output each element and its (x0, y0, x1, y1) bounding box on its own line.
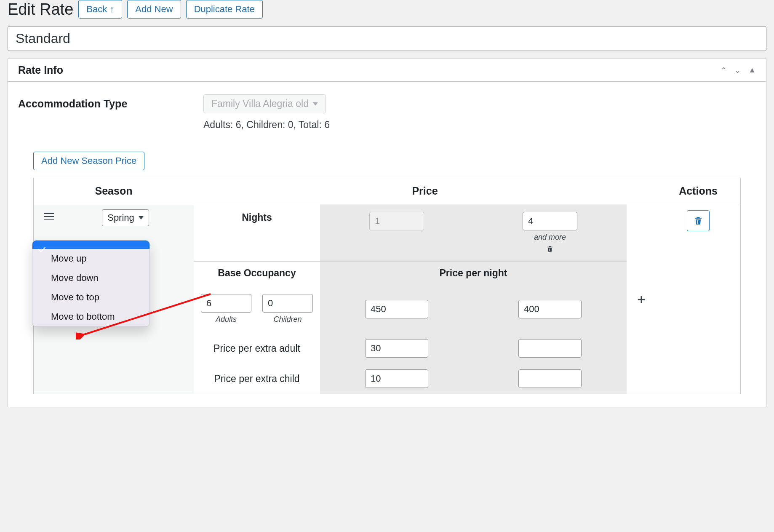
price-night-col2-input[interactable] (518, 300, 582, 318)
extra-child-col1-input[interactable] (365, 369, 428, 388)
chevron-down-icon (139, 216, 144, 219)
season-select-value: Spring (107, 212, 134, 223)
base-occupancy-label: Base Occupancy (194, 261, 320, 285)
nights-fixed-input (369, 212, 424, 230)
reorder-handle-button[interactable] (40, 209, 57, 224)
extra-child-label: Price per extra child (194, 364, 320, 394)
ctx-item-move-up[interactable]: Move up (32, 249, 149, 268)
panel-down-icon[interactable]: ⌄ (734, 66, 741, 75)
nights-label: Nights (194, 204, 320, 261)
price-per-night-label: Price per night (320, 261, 627, 285)
rate-title-input[interactable] (8, 26, 766, 51)
duplicate-rate-button[interactable]: Duplicate Rate (186, 0, 263, 19)
extra-adult-col2-input[interactable] (518, 339, 582, 358)
reorder-context-menu: Move up Move down Move to top Move to bo… (32, 240, 150, 327)
ctx-item-move-to-top[interactable]: Move to top (32, 288, 149, 307)
and-more-label: and more (534, 233, 566, 242)
capacity-text: Adults: 6, Children: 0, Total: 6 (203, 119, 330, 131)
season-row: Spring Move up Move down Move to top Mov… (34, 204, 740, 394)
add-nights-column-button[interactable]: ＋ (635, 291, 648, 308)
col-header-price: Price (194, 178, 656, 204)
trash-icon (693, 215, 703, 226)
ctx-item-move-down[interactable]: Move down (32, 268, 149, 288)
add-new-button[interactable]: Add New (127, 0, 181, 19)
price-night-col1-input[interactable] (365, 300, 428, 318)
accommodation-type-value: Family Villa Alegria old (211, 98, 309, 110)
ctx-item-move-to-bottom[interactable]: Move to bottom (32, 307, 149, 326)
adults-caption: Adults (216, 315, 237, 324)
season-select[interactable]: Spring (102, 209, 149, 226)
back-button[interactable]: Back ↑ (78, 0, 122, 19)
accommodation-type-label: Accommodation Type (18, 94, 203, 110)
children-input[interactable] (262, 294, 313, 313)
extra-adult-label: Price per extra adult (194, 333, 320, 364)
adults-input[interactable] (201, 294, 251, 313)
nights-column-delete-icon[interactable] (546, 245, 554, 255)
panel-title: Rate Info (18, 64, 721, 76)
panel-collapse-icon[interactable]: ▲ (748, 66, 756, 75)
ctx-item-current[interactable] (32, 241, 149, 249)
delete-season-row-button[interactable] (687, 210, 710, 231)
children-caption: Children (273, 315, 302, 324)
hamburger-icon (44, 213, 54, 220)
chevron-down-icon (313, 102, 318, 106)
panel-up-icon[interactable]: ⌃ (721, 66, 727, 75)
col-header-actions: Actions (656, 178, 740, 204)
extra-child-col2-input[interactable] (518, 369, 582, 388)
rate-info-panel: Rate Info ⌃ ⌄ ▲ Accommodation Type Famil… (8, 59, 766, 407)
accommodation-type-select: Family Villa Alegria old (203, 94, 326, 113)
col-header-season: Season (34, 178, 194, 204)
nights-variable-input[interactable] (523, 212, 577, 230)
add-new-season-price-button[interactable]: Add New Season Price (33, 152, 144, 170)
page-title: Edit Rate (8, 0, 73, 19)
season-price-table: Season Price Actions Spring (33, 178, 741, 394)
extra-adult-col1-input[interactable] (365, 339, 428, 358)
